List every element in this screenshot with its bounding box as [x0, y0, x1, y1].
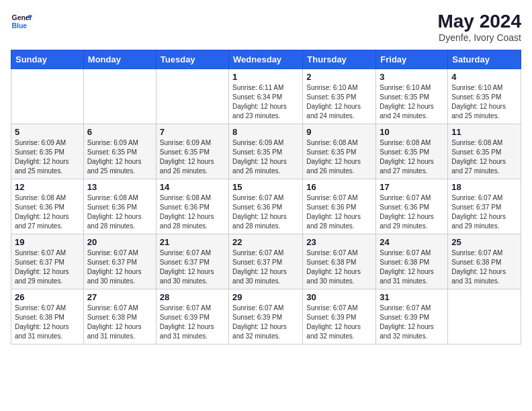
calendar-cell: 16Sunrise: 6:07 AMSunset: 6:36 PMDayligh…	[303, 179, 376, 234]
calendar-cell: 6Sunrise: 6:09 AMSunset: 6:35 PMDaylight…	[83, 124, 156, 179]
day-number: 11	[451, 127, 517, 137]
logo-icon: General Blue	[11, 11, 32, 32]
weekday-header-saturday: Saturday	[448, 50, 521, 69]
calendar-cell: 21Sunrise: 6:07 AMSunset: 6:37 PMDayligh…	[156, 234, 228, 289]
day-info: Sunrise: 6:08 AMSunset: 6:35 PMDaylight:…	[306, 138, 372, 176]
calendar-cell	[11, 69, 84, 124]
day-number: 2	[306, 72, 372, 82]
day-info: Sunrise: 6:07 AMSunset: 6:38 PMDaylight:…	[87, 304, 152, 341]
calendar-cell: 4Sunrise: 6:10 AMSunset: 6:35 PMDaylight…	[448, 69, 521, 124]
weekday-header-monday: Monday	[83, 50, 156, 69]
weekday-header-row: SundayMondayTuesdayWednesdayThursdayFrid…	[11, 50, 521, 69]
day-number: 8	[232, 127, 299, 137]
day-info: Sunrise: 6:08 AMSunset: 6:36 PMDaylight:…	[15, 193, 80, 231]
day-info: Sunrise: 6:08 AMSunset: 6:35 PMDaylight:…	[380, 138, 444, 176]
calendar-cell: 24Sunrise: 6:07 AMSunset: 6:38 PMDayligh…	[376, 234, 448, 289]
day-number: 9	[306, 127, 372, 137]
calendar-cell: 18Sunrise: 6:07 AMSunset: 6:37 PMDayligh…	[448, 179, 521, 234]
day-number: 7	[160, 127, 225, 137]
calendar-week-2: 5Sunrise: 6:09 AMSunset: 6:35 PMDaylight…	[11, 124, 521, 179]
calendar-cell: 20Sunrise: 6:07 AMSunset: 6:37 PMDayligh…	[83, 234, 156, 289]
calendar-cell: 11Sunrise: 6:08 AMSunset: 6:35 PMDayligh…	[448, 124, 521, 179]
day-info: Sunrise: 6:10 AMSunset: 6:35 PMDaylight:…	[451, 83, 517, 121]
day-number: 6	[87, 127, 152, 137]
day-info: Sunrise: 6:07 AMSunset: 6:38 PMDaylight:…	[306, 248, 372, 286]
day-number: 5	[15, 127, 80, 137]
day-number: 10	[380, 127, 444, 137]
day-info: Sunrise: 6:07 AMSunset: 6:38 PMDaylight:…	[380, 248, 444, 286]
weekday-header-sunday: Sunday	[11, 50, 84, 69]
calendar-cell: 3Sunrise: 6:10 AMSunset: 6:35 PMDaylight…	[376, 69, 448, 124]
calendar-cell	[448, 289, 521, 345]
day-number: 13	[87, 182, 152, 192]
day-info: Sunrise: 6:07 AMSunset: 6:36 PMDaylight:…	[232, 193, 299, 231]
calendar-week-5: 26Sunrise: 6:07 AMSunset: 6:38 PMDayligh…	[11, 289, 521, 345]
day-info: Sunrise: 6:07 AMSunset: 6:36 PMDaylight:…	[380, 193, 444, 231]
day-info: Sunrise: 6:07 AMSunset: 6:38 PMDaylight:…	[15, 304, 80, 341]
calendar-cell	[156, 69, 228, 124]
calendar-cell: 25Sunrise: 6:07 AMSunset: 6:38 PMDayligh…	[448, 234, 521, 289]
calendar-week-3: 12Sunrise: 6:08 AMSunset: 6:36 PMDayligh…	[11, 179, 521, 234]
location-subtitle: Dyenfe, Ivory Coast	[437, 32, 521, 43]
day-number: 29	[232, 292, 299, 302]
day-info: Sunrise: 6:07 AMSunset: 6:37 PMDaylight:…	[232, 248, 299, 286]
day-info: Sunrise: 6:07 AMSunset: 6:39 PMDaylight:…	[160, 304, 225, 341]
day-info: Sunrise: 6:07 AMSunset: 6:37 PMDaylight:…	[160, 248, 225, 286]
weekday-header-wednesday: Wednesday	[229, 50, 303, 69]
weekday-header-thursday: Thursday	[303, 50, 376, 69]
day-info: Sunrise: 6:10 AMSunset: 6:35 PMDaylight:…	[306, 83, 372, 121]
day-info: Sunrise: 6:09 AMSunset: 6:35 PMDaylight:…	[232, 138, 299, 176]
day-info: Sunrise: 6:08 AMSunset: 6:36 PMDaylight:…	[87, 193, 152, 231]
day-info: Sunrise: 6:11 AMSunset: 6:34 PMDaylight:…	[232, 83, 299, 121]
weekday-header-friday: Friday	[376, 50, 448, 69]
day-info: Sunrise: 6:10 AMSunset: 6:35 PMDaylight:…	[380, 83, 444, 121]
day-number: 25	[451, 237, 517, 247]
day-info: Sunrise: 6:09 AMSunset: 6:35 PMDaylight:…	[15, 138, 80, 176]
calendar-cell	[83, 69, 156, 124]
calendar-table: SundayMondayTuesdayWednesdayThursdayFrid…	[11, 50, 521, 345]
page-header: General Blue May 2024 Dyenfe, Ivory Coas…	[11, 11, 521, 43]
day-number: 26	[15, 292, 80, 302]
day-number: 17	[380, 182, 444, 192]
day-info: Sunrise: 6:07 AMSunset: 6:39 PMDaylight:…	[232, 304, 299, 341]
calendar-cell: 8Sunrise: 6:09 AMSunset: 6:35 PMDaylight…	[229, 124, 303, 179]
weekday-header-tuesday: Tuesday	[156, 50, 228, 69]
calendar-cell: 10Sunrise: 6:08 AMSunset: 6:35 PMDayligh…	[376, 124, 448, 179]
day-number: 18	[451, 182, 517, 192]
day-number: 19	[15, 237, 80, 247]
day-number: 30	[306, 292, 372, 302]
svg-text:Blue: Blue	[12, 22, 28, 30]
day-number: 4	[451, 72, 517, 82]
calendar-cell: 14Sunrise: 6:08 AMSunset: 6:36 PMDayligh…	[156, 179, 228, 234]
day-number: 1	[232, 72, 299, 82]
day-number: 15	[232, 182, 299, 192]
calendar-cell: 17Sunrise: 6:07 AMSunset: 6:36 PMDayligh…	[376, 179, 448, 234]
day-number: 23	[306, 237, 372, 247]
day-info: Sunrise: 6:09 AMSunset: 6:35 PMDaylight:…	[160, 138, 225, 176]
logo: General Blue	[11, 11, 32, 32]
day-info: Sunrise: 6:09 AMSunset: 6:35 PMDaylight:…	[87, 138, 152, 176]
month-year-title: May 2024	[437, 11, 521, 32]
calendar-cell: 7Sunrise: 6:09 AMSunset: 6:35 PMDaylight…	[156, 124, 228, 179]
calendar-cell: 23Sunrise: 6:07 AMSunset: 6:38 PMDayligh…	[303, 234, 376, 289]
calendar-cell: 13Sunrise: 6:08 AMSunset: 6:36 PMDayligh…	[83, 179, 156, 234]
calendar-cell: 5Sunrise: 6:09 AMSunset: 6:35 PMDaylight…	[11, 124, 84, 179]
calendar-cell: 30Sunrise: 6:07 AMSunset: 6:39 PMDayligh…	[303, 289, 376, 345]
day-number: 12	[15, 182, 80, 192]
title-block: May 2024 Dyenfe, Ivory Coast	[437, 11, 521, 43]
day-number: 3	[380, 72, 444, 82]
day-number: 24	[380, 237, 444, 247]
calendar-cell: 31Sunrise: 6:07 AMSunset: 6:39 PMDayligh…	[376, 289, 448, 345]
calendar-week-4: 19Sunrise: 6:07 AMSunset: 6:37 PMDayligh…	[11, 234, 521, 289]
calendar-cell: 26Sunrise: 6:07 AMSunset: 6:38 PMDayligh…	[11, 289, 84, 345]
calendar-cell: 27Sunrise: 6:07 AMSunset: 6:38 PMDayligh…	[83, 289, 156, 345]
day-number: 16	[306, 182, 372, 192]
day-number: 31	[380, 292, 444, 302]
calendar-cell: 19Sunrise: 6:07 AMSunset: 6:37 PMDayligh…	[11, 234, 84, 289]
calendar-cell: 15Sunrise: 6:07 AMSunset: 6:36 PMDayligh…	[229, 179, 303, 234]
calendar-cell: 22Sunrise: 6:07 AMSunset: 6:37 PMDayligh…	[229, 234, 303, 289]
calendar-cell: 12Sunrise: 6:08 AMSunset: 6:36 PMDayligh…	[11, 179, 84, 234]
day-info: Sunrise: 6:08 AMSunset: 6:36 PMDaylight:…	[160, 193, 225, 231]
day-number: 27	[87, 292, 152, 302]
calendar-cell: 2Sunrise: 6:10 AMSunset: 6:35 PMDaylight…	[303, 69, 376, 124]
